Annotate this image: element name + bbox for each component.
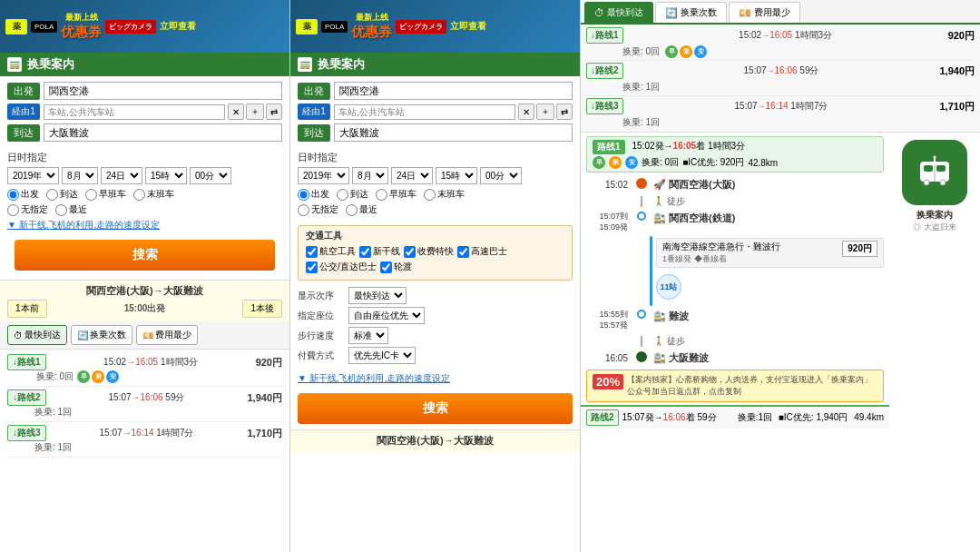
ad-coupon-mid: 优惠券 bbox=[351, 24, 392, 41]
depart-input-mid[interactable] bbox=[334, 82, 573, 100]
display-options: 显示次序 最快到达 指定座位 自由座位优先 步行速度 标准 付費方式 优先先IC… bbox=[290, 284, 580, 370]
stop-info-2: 🚉 関西空港(鉄道) bbox=[650, 212, 884, 225]
promo-text: 【案内独家】心斋桥购物，人肉送券，支付宝返现进入「换乗案内」公众号加当日返点群，… bbox=[627, 374, 877, 398]
radio-last-mid[interactable]: 末班车 bbox=[424, 188, 465, 201]
settings-link-left[interactable]: ▼ 新干线,飞机的利用,走路的速度设定 bbox=[7, 219, 282, 232]
bic-camera-mid: ビッグカメラ bbox=[396, 20, 446, 34]
ad-right-left: 立即查看 bbox=[160, 20, 196, 33]
via-add-btn-mid[interactable]: ＋ bbox=[536, 104, 554, 120]
tab-transfers-left[interactable]: 🔄 换乗次数 bbox=[71, 325, 132, 345]
route-item-3-left[interactable]: ↓路线3 15:07→16:14 1時間7分 1,710円 换乗: 1回 bbox=[7, 422, 282, 458]
depart-input[interactable] bbox=[44, 82, 282, 100]
app-icon-block: 换乗案内 ◎ 大盗归来 bbox=[889, 133, 980, 552]
bic-camera-left: ビッグカメラ bbox=[105, 20, 156, 34]
transfer-icon-right: 🔄 bbox=[665, 7, 678, 19]
hour-select-mid[interactable]: 15時 bbox=[436, 167, 477, 184]
radio-depart-mid[interactable]: 出发 bbox=[298, 188, 329, 201]
search-btn-mid[interactable]: 搜索 bbox=[298, 393, 573, 424]
min-select-mid[interactable]: 00分 bbox=[480, 167, 522, 184]
ad-newest-mid: 最新上线 bbox=[356, 12, 388, 24]
stop-dot-depart bbox=[636, 178, 647, 189]
hour-select[interactable]: 15時 bbox=[145, 167, 187, 184]
form-mid: 出発 経由1 ✕ ＋ ⇄ 到达 bbox=[290, 76, 580, 151]
right-top-tabs: ⏱ 最快到达 🔄 换乗次数 💴 费用最少 bbox=[581, 0, 980, 25]
month-select-mid[interactable]: 8月 bbox=[352, 167, 388, 184]
radio-nearest-mid[interactable]: 最近 bbox=[346, 203, 377, 216]
radio-first[interactable]: 早班车 bbox=[85, 188, 126, 201]
cb-air[interactable]: 航空工具 bbox=[306, 245, 356, 258]
train-info-box: 920円 南海空港線空港急行・難波行 1番線発 ◆番線着 bbox=[656, 238, 884, 268]
settings-link-mid[interactable]: ▼ 新干线,飞机的利用,走路的速度设定 bbox=[290, 372, 580, 385]
cb-ferry[interactable]: 轮渡 bbox=[380, 261, 412, 273]
route-item-2-left[interactable]: ↓路线2 15:07→16:06 59分 1,940円 换乗: 1回 bbox=[7, 387, 282, 422]
order-label: 显示次序 bbox=[298, 290, 343, 302]
seat-select[interactable]: 自由座位优先 bbox=[348, 307, 425, 324]
tab-cheapest-right[interactable]: 💴 费用最少 bbox=[729, 2, 800, 23]
tab-cheapest-left[interactable]: 💴 费用最少 bbox=[136, 325, 198, 345]
day-select[interactable]: 24日 bbox=[101, 167, 142, 184]
ad-coupon-left: 优惠券 bbox=[61, 24, 102, 41]
section-header-left: 🚃 换乗案内 bbox=[0, 53, 289, 76]
tab-fastest-left[interactable]: ⏱ 最快到达 bbox=[7, 325, 67, 345]
via-input-mid[interactable] bbox=[334, 104, 515, 120]
cheapest-icon-right: 💴 bbox=[739, 7, 751, 19]
train-line-seg bbox=[650, 236, 652, 306]
order-select[interactable]: 最快到达 bbox=[348, 287, 407, 304]
via-clear-btn[interactable]: ✕ bbox=[228, 104, 244, 120]
rr-badge-cheap: 安 bbox=[694, 45, 707, 58]
svg-point-4 bbox=[924, 180, 929, 185]
middle-panel: 薬 POLA 最新上线 优惠券 ビッグカメラ 立即查看 🚃 换乗案内 出発 経由… bbox=[290, 0, 581, 552]
radio-arrive[interactable]: 到达 bbox=[46, 188, 78, 201]
train-price: 920円 bbox=[842, 241, 877, 257]
next-btn-left[interactable]: 1本後 bbox=[242, 300, 282, 318]
route-item-1-left[interactable]: ↓路线1 15:02→16:05 1時間3分 920円 换乗: 0回 早 乘 安 bbox=[7, 351, 282, 387]
drug-badge-mid: 薬 bbox=[296, 19, 318, 34]
route2-summary[interactable]: 路线2 15:07発→16:06着 59分 换乗:1回 ■IC优先: 1,940… bbox=[581, 405, 889, 429]
station-count: 11站 bbox=[656, 274, 681, 300]
fastest-icon-left: ⏱ bbox=[14, 330, 23, 340]
radio-nospec[interactable]: 无指定 bbox=[7, 203, 48, 216]
radio-arrive-mid[interactable]: 到达 bbox=[337, 188, 368, 201]
radio-nospec-mid[interactable]: 无指定 bbox=[298, 203, 338, 216]
radio-nearest[interactable]: 最近 bbox=[55, 203, 87, 216]
prev-btn-left[interactable]: 1本前 bbox=[7, 300, 47, 318]
min-select[interactable]: 00分 bbox=[190, 167, 231, 184]
stop-line-2 bbox=[633, 212, 650, 221]
pay-select[interactable]: 优先先IC卡 bbox=[348, 347, 416, 364]
cb-shinkansen[interactable]: 新干线 bbox=[359, 245, 400, 258]
rr-badge-ride: 乘 bbox=[680, 45, 692, 58]
radio-depart[interactable]: 出发 bbox=[7, 188, 39, 201]
fastest-icon-right: ⏱ bbox=[594, 7, 604, 18]
via-add-btn[interactable]: ＋ bbox=[246, 104, 264, 120]
cb-bus[interactable]: 公交/直达巴士 bbox=[306, 261, 377, 273]
via-swap-btn-mid[interactable]: ⇄ bbox=[556, 104, 573, 120]
tab-fastest-right[interactable]: ⏱ 最快到达 bbox=[584, 2, 653, 23]
walk-select[interactable]: 标准 bbox=[348, 327, 388, 344]
month-select[interactable]: 8月 bbox=[62, 167, 98, 184]
walk-row-1: 🚶 徒步 bbox=[581, 195, 889, 208]
cb-highway[interactable]: 高速巴士 bbox=[457, 245, 507, 258]
svg-point-5 bbox=[940, 180, 946, 185]
radio-first-mid[interactable]: 早班车 bbox=[376, 188, 416, 201]
stop-dot-namba bbox=[637, 310, 646, 319]
day-select-mid[interactable]: 24日 bbox=[391, 167, 433, 184]
via-clear-btn-mid[interactable]: ✕ bbox=[518, 104, 534, 120]
arrive-input[interactable] bbox=[44, 123, 282, 142]
cb-express[interactable]: 收费特快 bbox=[404, 245, 454, 258]
via-swap-btn[interactable]: ⇄ bbox=[266, 104, 282, 120]
date-label-mid: 日时指定 bbox=[298, 151, 573, 164]
via-input[interactable] bbox=[44, 104, 225, 120]
transport-title: 交通工具 bbox=[306, 230, 564, 242]
train-info-area: 920円 南海空港線空港急行・難波行 1番線発 ◆番線着 11站 bbox=[581, 234, 889, 308]
svg-point-7 bbox=[934, 156, 936, 159]
promo-banner[interactable]: 20% 【案内独家】心斋桥购物，人肉送券，支付宝返现进入「换乗案内」公众号加当日… bbox=[586, 370, 884, 402]
arrive-input-mid[interactable] bbox=[334, 123, 573, 142]
train-icon-left: 🚃 bbox=[7, 57, 22, 72]
icon-badge-ride-1: 乘 bbox=[92, 370, 104, 383]
year-select-mid[interactable]: 2019年 bbox=[298, 167, 349, 184]
radio-last[interactable]: 末班车 bbox=[133, 188, 174, 201]
year-select[interactable]: 2019年 bbox=[7, 167, 59, 184]
tab-transfers-right[interactable]: 🔄 换乗次数 bbox=[655, 2, 727, 23]
search-btn-left[interactable]: 搜索 bbox=[15, 240, 275, 271]
ad-banner-mid: 薬 POLA 最新上线 优惠券 ビッグカメラ 立即查看 bbox=[290, 0, 580, 53]
